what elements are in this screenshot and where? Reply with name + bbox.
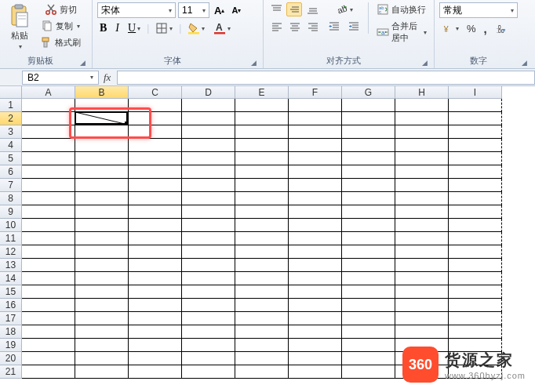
clipboard-dialog-launcher[interactable]: ◢ [78, 59, 87, 67]
merge-center-button[interactable]: a 合并后居中 ▾ [374, 20, 429, 45]
cell[interactable] [449, 112, 502, 125]
cell[interactable] [22, 312, 75, 325]
cell[interactable] [22, 152, 75, 165]
italic-button[interactable]: I [113, 21, 122, 35]
cell[interactable] [182, 299, 235, 312]
cell[interactable] [235, 339, 289, 352]
shrink-font-button[interactable]: A▾ [229, 5, 243, 16]
cell[interactable] [289, 259, 342, 272]
cell[interactable] [289, 179, 342, 192]
cell[interactable] [129, 339, 182, 352]
cell[interactable] [75, 339, 129, 352]
formula-input[interactable] [117, 71, 535, 85]
cell[interactable] [342, 272, 395, 285]
fx-icon[interactable]: fx [104, 71, 111, 84]
cell[interactable] [395, 272, 449, 285]
cell[interactable] [75, 299, 129, 312]
cell[interactable] [182, 192, 235, 205]
cell[interactable] [289, 232, 342, 245]
row-header[interactable]: 4 [0, 139, 22, 152]
cell[interactable] [449, 312, 502, 325]
cell[interactable] [182, 245, 235, 259]
cell[interactable] [395, 285, 449, 299]
cell[interactable] [182, 285, 235, 299]
row-header[interactable]: 1 [0, 99, 22, 112]
cell[interactable] [22, 205, 75, 219]
cell[interactable] [289, 365, 342, 379]
cell[interactable] [182, 179, 235, 192]
cell[interactable] [182, 352, 235, 365]
cell[interactable] [289, 125, 342, 139]
cell[interactable] [289, 299, 342, 312]
align-bottom-button[interactable] [304, 2, 320, 16]
cells-area[interactable] [22, 99, 502, 379]
cell[interactable] [235, 205, 289, 219]
cell[interactable] [289, 112, 342, 125]
cell[interactable] [182, 259, 235, 272]
cell[interactable] [235, 352, 289, 365]
cell[interactable] [75, 152, 129, 165]
cell[interactable] [129, 245, 182, 259]
column-header[interactable]: B [75, 86, 129, 99]
underline-button[interactable]: U▾ [126, 21, 143, 35]
align-right-button[interactable] [304, 20, 320, 34]
cell[interactable] [289, 99, 342, 112]
comma-button[interactable]: , [482, 21, 490, 36]
column-header[interactable]: G [342, 86, 395, 99]
cell[interactable] [182, 112, 235, 125]
cell[interactable] [449, 125, 502, 139]
cell[interactable] [129, 219, 182, 232]
column-header[interactable]: D [182, 86, 235, 99]
cell[interactable] [289, 272, 342, 285]
cell[interactable] [395, 245, 449, 259]
cell[interactable] [235, 152, 289, 165]
cell[interactable] [75, 259, 129, 272]
cell[interactable] [342, 139, 395, 152]
cell[interactable] [75, 272, 129, 285]
cell[interactable] [449, 272, 502, 285]
cell[interactable] [182, 272, 235, 285]
cell[interactable] [129, 272, 182, 285]
cell[interactable] [22, 179, 75, 192]
cell[interactable] [235, 312, 289, 325]
cell[interactable] [235, 245, 289, 259]
cell[interactable] [182, 165, 235, 179]
cell[interactable] [182, 325, 235, 339]
cell[interactable] [395, 259, 449, 272]
cell[interactable] [75, 365, 129, 379]
cell[interactable] [75, 312, 129, 325]
row-header[interactable]: 10 [0, 219, 22, 232]
cell[interactable] [75, 192, 129, 205]
cell[interactable] [342, 365, 395, 379]
cell[interactable] [449, 152, 502, 165]
cell[interactable] [289, 152, 342, 165]
row-header[interactable]: 12 [0, 245, 22, 259]
cell[interactable] [289, 219, 342, 232]
cell[interactable] [395, 299, 449, 312]
cell[interactable] [342, 325, 395, 339]
cell[interactable] [449, 245, 502, 259]
number-dialog-launcher[interactable]: ◢ [520, 59, 529, 67]
cell[interactable] [289, 245, 342, 259]
cell[interactable] [342, 312, 395, 325]
cell[interactable] [22, 112, 75, 125]
cell[interactable] [235, 299, 289, 312]
cell[interactable] [342, 339, 395, 352]
cell[interactable] [342, 299, 395, 312]
cell[interactable] [449, 99, 502, 112]
cell[interactable] [22, 99, 75, 112]
indent-decrease-button[interactable] [326, 20, 343, 32]
cell[interactable] [235, 325, 289, 339]
cell[interactable] [449, 219, 502, 232]
cell[interactable] [22, 299, 75, 312]
cell[interactable] [342, 259, 395, 272]
cell[interactable] [75, 112, 129, 125]
cell[interactable] [22, 125, 75, 139]
cell[interactable] [449, 179, 502, 192]
align-middle-button[interactable] [286, 2, 302, 16]
cell[interactable] [342, 205, 395, 219]
cell[interactable] [289, 165, 342, 179]
cell[interactable] [235, 272, 289, 285]
cell[interactable] [182, 339, 235, 352]
cell[interactable] [395, 152, 449, 165]
